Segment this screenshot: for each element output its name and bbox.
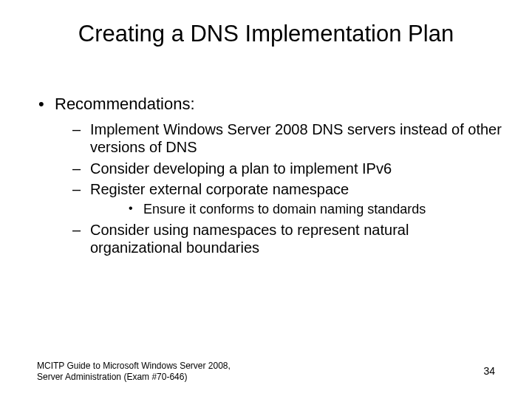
sub-bullet-text: Consider developing a plan to implement … xyxy=(90,160,392,177)
bullet-heading-text: Recommendations: xyxy=(55,95,195,113)
footer-left: MCITP Guide to Microsoft Windows Server … xyxy=(37,361,231,383)
sub-bullet: Consider using namespaces to represent n… xyxy=(55,221,502,257)
sub-bullet-text: Register external corporate namespace xyxy=(90,181,349,197)
footer-line2: Server Administration (Exam #70-646) xyxy=(37,372,187,382)
sub-bullet: Register external corporate namespace En… xyxy=(55,180,502,218)
slide-body: Recommendations: Implement Windows Serve… xyxy=(37,95,502,265)
sub-sub-bullet-text: Ensure it conforms to domain naming stan… xyxy=(143,202,426,216)
slide: Creating a DNS Implementation Plan Recom… xyxy=(0,0,532,399)
sub-bullet-text: Consider using namespaces to represent n… xyxy=(90,222,409,256)
slide-title: Creating a DNS Implementation Plan xyxy=(0,21,532,47)
sub-bullet: Implement Windows Server 2008 DNS server… xyxy=(55,120,502,157)
page-number: 34 xyxy=(483,365,495,377)
footer-line1: MCITP Guide to Microsoft Windows Server … xyxy=(37,361,231,371)
sub-bullet: Consider developing a plan to implement … xyxy=(55,160,502,177)
sub-sub-bullet: Ensure it conforms to domain naming stan… xyxy=(90,201,502,218)
bullet-recommendations: Recommendations: Implement Windows Serve… xyxy=(37,95,502,257)
sub-bullet-text: Implement Windows Server 2008 DNS server… xyxy=(90,121,502,155)
